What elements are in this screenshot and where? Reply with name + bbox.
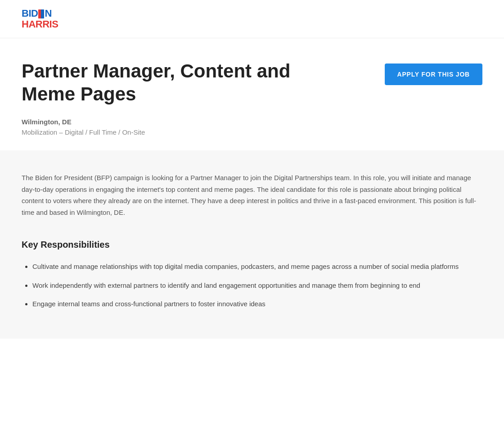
list-item: Engage internal teams and cross-function… — [32, 298, 473, 310]
responsibilities-section: Key Responsibilities Cultivate and manag… — [22, 240, 482, 310]
job-meta: Mobilization – Digital / Full Time / On-… — [22, 128, 328, 136]
list-item: Cultivate and manage relationships with … — [32, 261, 473, 272]
job-description: The Biden for President (BFP) campaign i… — [22, 172, 481, 218]
page-header: BIDN HARRIS — [0, 0, 504, 38]
responsibilities-title: Key Responsibilities — [22, 240, 482, 250]
logo: BIDN HARRIS — [22, 8, 482, 30]
main-content: Partner Manager, Content and Meme Pages … — [0, 38, 504, 338]
logo-biden: BID — [22, 8, 38, 19]
job-body: The Biden for President (BFP) campaign i… — [0, 150, 504, 339]
logo-biden-2: N — [45, 8, 51, 19]
job-header: Partner Manager, Content and Meme Pages … — [0, 38, 504, 150]
logo-text: BIDN HARRIS — [22, 8, 58, 30]
logo-flag-icon — [38, 9, 44, 18]
job-title: Partner Manager, Content and Meme Pages — [22, 60, 328, 105]
apply-button[interactable]: APPLY FOR THIS JOB — [385, 64, 482, 85]
job-title-section: Partner Manager, Content and Meme Pages … — [22, 60, 328, 136]
logo-harris: HARRIS — [22, 18, 58, 30]
responsibilities-list: Cultivate and manage relationships with … — [22, 261, 482, 310]
job-location: Wilmington, DE — [22, 118, 328, 126]
list-item: Work independently with external partner… — [32, 280, 473, 291]
